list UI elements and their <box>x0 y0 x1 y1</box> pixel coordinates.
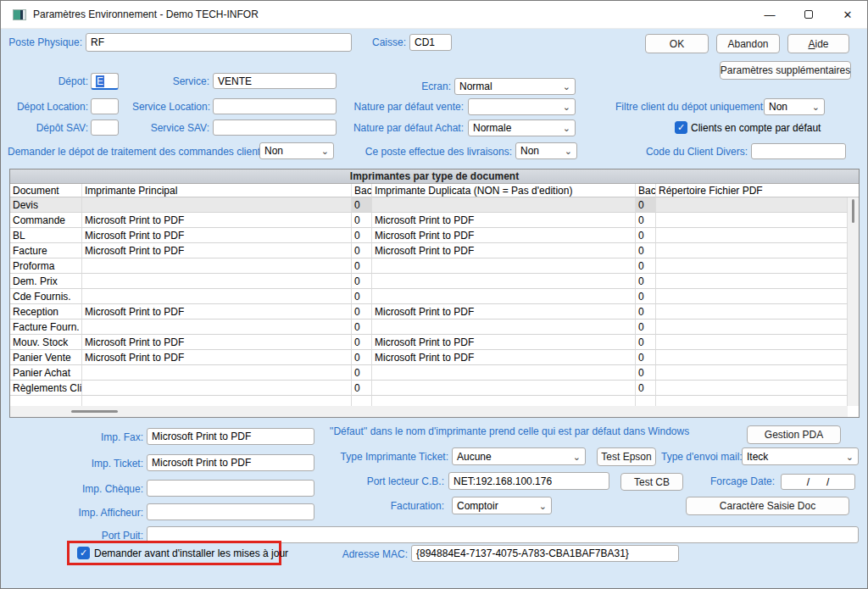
horizontal-scrollbar-thumb[interactable] <box>71 410 118 413</box>
cell-pdf[interactable] <box>656 228 848 243</box>
close-icon[interactable]: ✕ <box>828 1 867 28</box>
cell-bac1[interactable]: 0 <box>352 304 372 320</box>
cell-pdf[interactable] <box>656 274 848 289</box>
cell-bac2[interactable]: 0 <box>636 350 656 365</box>
aide-button[interactable]: Aide <box>787 34 849 53</box>
cell-pdf[interactable] <box>656 320 848 335</box>
caractere-saisie-doc-button[interactable]: Caractère Saisie Doc <box>686 497 849 515</box>
table-row[interactable]: Facture Fourn.00 <box>10 320 848 335</box>
type-envoi-mail-select[interactable]: Iteck⌄ <box>742 447 859 465</box>
imp-afficheur-input[interactable] <box>147 503 314 520</box>
ok-button[interactable]: OK <box>645 34 709 53</box>
cell-bac1[interactable]: 0 <box>352 350 372 365</box>
cell-bac1[interactable]: 0 <box>352 228 372 243</box>
imp-cheque-input[interactable] <box>147 480 314 497</box>
cell-bac2[interactable]: 0 <box>636 243 656 258</box>
demander-depot-select[interactable]: Non⌄ <box>259 142 334 159</box>
cell-principal[interactable]: Microsoft Print to PDF <box>82 243 352 258</box>
depot-location-input[interactable] <box>91 98 119 114</box>
table-row[interactable]: Panier VenteMicrosoft Print to PDF0Micro… <box>10 350 848 365</box>
table-row[interactable]: FactureMicrosoft Print to PDF0Microsoft … <box>10 243 848 258</box>
abandon-button[interactable]: Abandon <box>716 34 780 53</box>
cell-bac2[interactable]: 0 <box>636 197 656 213</box>
cell-principal[interactable] <box>82 381 352 396</box>
cell-bac2[interactable]: 0 <box>636 335 656 350</box>
table-row[interactable]: Cde Fournis.00 <box>10 289 848 304</box>
cell-principal[interactable] <box>82 258 352 274</box>
cell-duplicata[interactable] <box>372 381 636 396</box>
cell-principal[interactable] <box>82 365 352 381</box>
cell-bac1[interactable]: 0 <box>352 320 372 335</box>
table-row[interactable]: Règlements Clie00 <box>10 381 848 396</box>
service-sav-input[interactable] <box>213 119 337 136</box>
caisse-input[interactable]: CD1 <box>409 34 452 51</box>
cell-principal[interactable]: Microsoft Print to PDF <box>82 213 352 228</box>
table-row[interactable]: BLMicrosoft Print to PDF0Microsoft Print… <box>10 228 848 243</box>
cell-bac1[interactable]: 0 <box>352 381 372 396</box>
cell-bac2[interactable]: 0 <box>636 274 656 289</box>
cell-pdf[interactable] <box>656 289 848 304</box>
table-row[interactable]: Panier Achat00 <box>10 365 848 381</box>
maj-updates-label[interactable]: Demander avant d'installer les mises à j… <box>94 547 288 559</box>
cell-pdf[interactable] <box>656 381 848 396</box>
cell-document[interactable]: Reception <box>10 304 82 320</box>
cell-principal[interactable]: Microsoft Print to PDF <box>82 350 352 365</box>
cell-document[interactable]: Facture <box>10 243 82 258</box>
maj-updates-checkbox[interactable]: ✓ <box>77 547 90 559</box>
cell-duplicata[interactable] <box>372 274 636 289</box>
clients-compte-label[interactable]: Clients en compte par défaut <box>691 122 821 134</box>
cell-duplicata[interactable]: Microsoft Print to PDF <box>372 228 636 243</box>
cell-pdf[interactable] <box>656 335 848 350</box>
cell-duplicata[interactable]: Microsoft Print to PDF <box>372 213 636 228</box>
cell-duplicata[interactable]: Microsoft Print to PDF <box>372 304 636 320</box>
ecran-select[interactable]: Normal⌄ <box>454 78 576 95</box>
cell-principal[interactable]: Microsoft Print to PDF <box>82 304 352 320</box>
cell-bac1[interactable]: 0 <box>352 365 372 381</box>
imp-ticket-input[interactable]: Microsoft Print to PDF <box>147 454 314 471</box>
port-lecteur-cb-input[interactable]: NET:192.168.100.176 <box>448 472 609 490</box>
cell-duplicata[interactable] <box>372 365 636 381</box>
parametres-supplementaires-button[interactable]: Paramètres supplémentaires <box>720 61 851 80</box>
cell-principal[interactable] <box>82 274 352 289</box>
table-row[interactable]: CommandeMicrosoft Print to PDF0Microsoft… <box>10 213 848 228</box>
filtre-client-select[interactable]: Non⌄ <box>764 98 825 115</box>
cell-document[interactable]: Devis <box>10 197 82 213</box>
cell-principal[interactable]: Microsoft Print to PDF <box>82 335 352 350</box>
cell-pdf[interactable] <box>656 243 848 258</box>
cell-pdf[interactable] <box>656 365 848 381</box>
service-input[interactable]: VENTE <box>213 73 337 89</box>
cell-bac1[interactable]: 0 <box>352 213 372 228</box>
test-cb-button[interactable]: Test CB <box>620 473 683 491</box>
nature-vente-select[interactable]: ⌄ <box>468 98 576 115</box>
cell-pdf[interactable] <box>656 197 848 213</box>
cell-duplicata[interactable] <box>372 289 636 304</box>
clients-compte-checkbox[interactable]: ✓ <box>675 121 687 134</box>
cell-bac2[interactable]: 0 <box>636 289 656 304</box>
poste-physique-input[interactable]: RF <box>86 33 352 52</box>
cell-pdf[interactable] <box>656 350 848 365</box>
cell-bac2[interactable]: 0 <box>636 258 656 274</box>
cell-bac2[interactable]: 0 <box>636 304 656 320</box>
adresse-mac-input[interactable]: {894884E4-7137-4075-A783-CBA1BAF7BA31} <box>411 545 679 562</box>
cell-document[interactable]: Règlements Clie <box>10 381 82 396</box>
cell-duplicata[interactable]: Microsoft Print to PDF <box>372 243 636 258</box>
forcage-date-input[interactable]: / / <box>781 474 855 490</box>
cell-bac2[interactable]: 0 <box>636 365 656 381</box>
cell-duplicata[interactable] <box>372 197 636 213</box>
cell-bac2[interactable]: 0 <box>636 320 656 335</box>
cell-document[interactable]: Panier Vente <box>10 350 82 365</box>
facturation-select[interactable]: Comptoir⌄ <box>452 497 552 514</box>
cell-document[interactable]: Facture Fourn. <box>10 320 82 335</box>
maximize-icon[interactable] <box>789 1 828 28</box>
table-row[interactable]: Proforma00 <box>10 258 848 274</box>
service-location-input[interactable] <box>213 98 337 114</box>
vertical-scrollbar-thumb[interactable] <box>852 199 854 223</box>
cell-pdf[interactable] <box>656 258 848 274</box>
table-row[interactable]: Devis00 <box>10 197 848 213</box>
minimize-icon[interactable]: — <box>750 1 789 28</box>
cell-document[interactable]: Dem. Prix <box>10 274 82 289</box>
cell-document[interactable]: Proforma <box>10 258 82 274</box>
cell-duplicata[interactable] <box>372 320 636 335</box>
cell-bac2[interactable]: 0 <box>636 381 656 396</box>
cell-principal[interactable] <box>82 197 352 213</box>
